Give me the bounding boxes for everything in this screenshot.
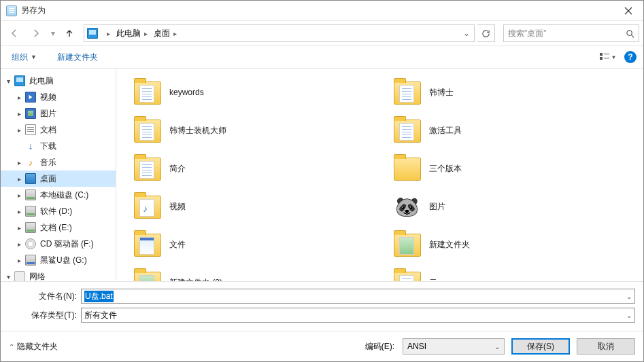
- file-item-label: 激活工具: [429, 125, 462, 137]
- fields-area: 文件名(N): U盘.bat ⌄ 保存类型(T): 所有文件 ⌄: [1, 281, 643, 331]
- forward-button[interactable]: [27, 24, 46, 42]
- search-input[interactable]: 搜索"桌面": [503, 24, 639, 42]
- chevron-down-icon[interactable]: ⌄: [494, 343, 500, 350]
- file-item-label: 韩博士: [429, 87, 454, 98]
- save-button[interactable]: 保存(S): [511, 338, 570, 355]
- view-icon: [600, 53, 609, 61]
- expander-icon[interactable]: ▸: [14, 192, 24, 199]
- chevron-down-icon[interactable]: ⌄: [626, 293, 632, 300]
- view-mode-button[interactable]: ▼: [598, 50, 617, 65]
- tree-item[interactable]: ▸CD 驱动器 (F:): [1, 236, 116, 252]
- file-item[interactable]: 文件: [120, 228, 380, 261]
- new-folder-button[interactable]: 新建文件夹: [53, 49, 102, 66]
- refresh-button[interactable]: [477, 24, 495, 42]
- chevron-down-icon[interactable]: ⌄: [626, 312, 632, 319]
- tree-item-label: 软件 (D:): [40, 206, 72, 217]
- filetype-select[interactable]: 所有文件 ⌄: [81, 308, 635, 323]
- address-dropdown[interactable]: ⌄: [460, 29, 473, 38]
- help-button[interactable]: ?: [624, 51, 637, 63]
- crumb-label: 此电脑: [116, 28, 141, 39]
- folder-icon: [134, 269, 161, 281]
- file-item-label: 文件: [169, 239, 186, 251]
- crumb-label: 桌面: [154, 28, 170, 39]
- svg-rect-3: [604, 54, 609, 54]
- file-item-label: 韩博士装机大师: [169, 125, 226, 137]
- svg-rect-1: [600, 53, 603, 56]
- pc-icon: [87, 28, 98, 39]
- tree-item[interactable]: ▾此电脑: [1, 73, 116, 89]
- pic-icon: [25, 108, 36, 119]
- filename-value: U盘.bat: [84, 291, 114, 302]
- back-button[interactable]: [5, 24, 24, 42]
- file-item[interactable]: 新建文件夹 (2): [120, 266, 380, 281]
- footer: ⌃隐藏文件夹 编码(E): ANSI ⌄ 保存(S) 取消: [1, 331, 643, 361]
- tree-item-label: 下载: [40, 141, 56, 152]
- file-item[interactable]: 🐼图片: [380, 189, 640, 223]
- expander-icon[interactable]: ▸: [14, 208, 24, 215]
- tree-item[interactable]: ▸图片: [1, 105, 116, 122]
- file-item[interactable]: 韩博士装机大师: [120, 113, 380, 147]
- address-bar[interactable]: ▸ 此电脑▸ 桌面▸ ⌄: [84, 24, 475, 42]
- folder-icon: ♪: [134, 193, 161, 220]
- file-item[interactable]: 云: [380, 266, 640, 281]
- expander-icon[interactable]: ▾: [3, 273, 13, 280]
- tree-item[interactable]: ▸软件 (D:): [1, 203, 116, 219]
- tree-item-label: 文档: [40, 124, 56, 136]
- folder-tree[interactable]: ▾此电脑▸视频▸图片▸文档↓下载▸♪音乐▸桌面▸本地磁盘 (C:)▸软件 (D:…: [1, 69, 116, 281]
- file-item-label: 新建文件夹 (2): [169, 277, 222, 282]
- expander-icon[interactable]: ▸: [14, 94, 24, 101]
- expander-icon[interactable]: ▸: [14, 110, 24, 117]
- tree-item-label: 黑鲨U盘 (G:): [40, 255, 87, 266]
- tree-item[interactable]: ▸文档: [1, 122, 116, 138]
- crumb-this-pc[interactable]: 此电脑▸: [115, 25, 152, 41]
- file-item[interactable]: keywords: [120, 75, 380, 109]
- file-item[interactable]: 韩博士: [380, 75, 640, 109]
- crumb-desktop[interactable]: 桌面▸: [152, 25, 182, 41]
- tree-item[interactable]: ▾网络: [1, 268, 116, 281]
- history-dropdown[interactable]: ▾: [48, 29, 58, 38]
- file-list[interactable]: keywords韩博士韩博士装机大师激活工具简介三个版本♪视频🐼图片文件新建文件…: [116, 69, 643, 281]
- file-item[interactable]: 三个版本: [380, 151, 640, 185]
- file-item[interactable]: 新建文件夹: [380, 228, 640, 261]
- expander-icon[interactable]: ▸: [14, 257, 24, 264]
- video-icon: [25, 92, 36, 103]
- tree-item[interactable]: ↓下载: [1, 138, 116, 154]
- tree-item[interactable]: ▸♪音乐: [1, 154, 116, 170]
- tree-item-label: 视频: [40, 92, 56, 103]
- close-button[interactable]: [613, 1, 643, 21]
- expander-icon[interactable]: ▸: [14, 224, 24, 232]
- expander-icon[interactable]: ▾: [3, 77, 13, 85]
- tree-item-label: 本地磁盘 (C:): [40, 189, 88, 201]
- cancel-button[interactable]: 取消: [577, 338, 635, 355]
- file-item-label: 视频: [169, 201, 186, 213]
- tree-item[interactable]: ▸桌面: [1, 170, 116, 187]
- up-button[interactable]: [61, 24, 78, 42]
- tree-item[interactable]: ▸本地磁盘 (C:): [1, 187, 116, 203]
- expander-icon[interactable]: ▸: [14, 126, 24, 134]
- usb-icon: [25, 255, 36, 266]
- drive-icon: [25, 222, 36, 233]
- expander-icon[interactable]: ▸: [14, 240, 24, 248]
- folder-icon: [394, 231, 421, 258]
- doc-icon: [25, 124, 36, 135]
- file-item-label: 云: [429, 277, 437, 282]
- filetype-label: 保存类型(T):: [9, 310, 77, 321]
- expander-icon[interactable]: ▸: [14, 159, 24, 166]
- svg-rect-4: [604, 58, 609, 58]
- down-icon: ↓: [25, 141, 36, 151]
- filename-input[interactable]: U盘.bat ⌄: [81, 289, 635, 304]
- file-item-label: 新建文件夹: [429, 239, 470, 251]
- encoding-value: ANSI: [407, 342, 426, 351]
- window-title: 另存为: [21, 5, 613, 16]
- organize-button[interactable]: 组织▼: [7, 49, 41, 66]
- encoding-select[interactable]: ANSI ⌄: [403, 338, 505, 355]
- tree-item[interactable]: ▸视频: [1, 89, 116, 105]
- expander-icon[interactable]: ▸: [14, 175, 24, 183]
- tree-item[interactable]: ▸黑鲨U盘 (G:): [1, 252, 116, 268]
- file-item-label: 图片: [429, 201, 445, 213]
- hide-folders-button[interactable]: ⌃隐藏文件夹: [9, 341, 58, 352]
- file-item[interactable]: 激活工具: [380, 113, 640, 147]
- file-item[interactable]: 简介: [120, 151, 380, 185]
- file-item[interactable]: ♪视频: [120, 189, 380, 223]
- tree-item[interactable]: ▸文档 (E:): [1, 219, 116, 236]
